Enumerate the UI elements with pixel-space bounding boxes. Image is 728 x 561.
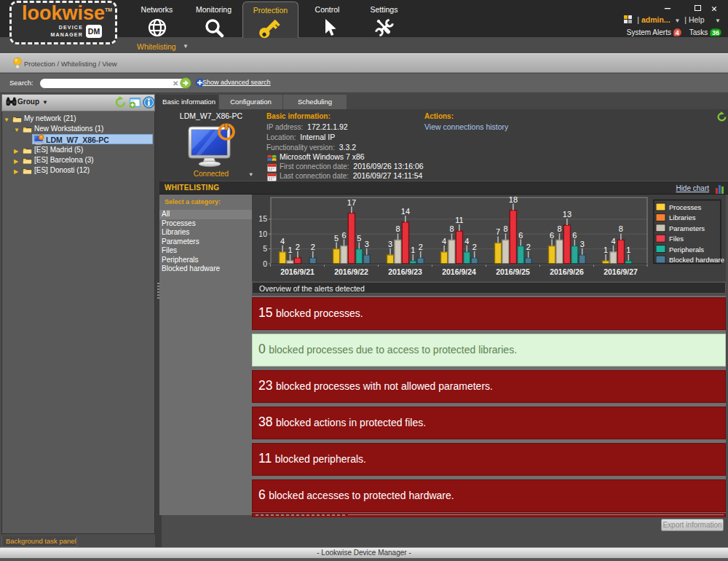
svg-text:8: 8 [449,224,454,233]
svg-text:2016/9/24: 2016/9/24 [442,267,476,276]
svg-text:8: 8 [557,224,561,233]
svg-text:4: 4 [611,237,615,246]
svg-text:1: 1 [288,246,292,254]
svg-text:6: 6 [550,231,554,240]
svg-text:Blocked hardware: Blocked hardware [669,256,724,264]
svg-text:10: 10 [258,230,267,238]
svg-text:2016/9/27: 2016/9/27 [604,267,638,276]
svg-text:13: 13 [563,210,571,219]
svg-text:5: 5 [357,234,361,243]
svg-text:Parameters: Parameters [669,224,705,232]
svg-text:4: 4 [464,237,469,246]
svg-text:8: 8 [395,224,400,233]
svg-text:Libraries: Libraries [669,213,696,221]
svg-text:Files: Files [669,235,684,243]
svg-text:2: 2 [296,243,300,251]
svg-text:8: 8 [503,224,507,233]
svg-text:1: 1 [626,246,630,254]
svg-text:2: 2 [311,243,315,251]
svg-text:7: 7 [496,227,500,236]
svg-text:3: 3 [388,240,392,248]
svg-text:2016/9/22: 2016/9/22 [334,267,368,276]
svg-text:3: 3 [365,240,369,248]
svg-text:2: 2 [526,243,531,251]
svg-text:5: 5 [334,234,339,243]
svg-text:2016/9/26: 2016/9/26 [550,267,584,276]
svg-text:2: 2 [472,243,477,251]
svg-text:2016/9/21: 2016/9/21 [280,267,314,276]
svg-text:1: 1 [411,246,415,254]
svg-text:6: 6 [518,231,523,240]
svg-text:15: 15 [258,214,267,223]
svg-text:8: 8 [619,224,623,233]
svg-text:4: 4 [280,237,285,246]
svg-text:Peripherals: Peripherals [669,246,704,254]
svg-text:5: 5 [263,244,267,253]
svg-text:11: 11 [455,216,463,224]
svg-text:14: 14 [401,207,410,216]
svg-text:2016/9/25: 2016/9/25 [496,267,530,276]
svg-text:4: 4 [442,237,446,246]
svg-text:1: 1 [604,246,608,254]
svg-text:6: 6 [572,231,577,240]
svg-text:6: 6 [341,231,346,240]
svg-text:2: 2 [419,243,423,251]
svg-text:17: 17 [347,198,356,207]
svg-text:2016/9/23: 2016/9/23 [388,267,422,276]
svg-text:3: 3 [580,240,585,248]
svg-text:18: 18 [509,195,518,204]
svg-text:Processes: Processes [669,203,702,211]
svg-text:0: 0 [263,259,267,268]
